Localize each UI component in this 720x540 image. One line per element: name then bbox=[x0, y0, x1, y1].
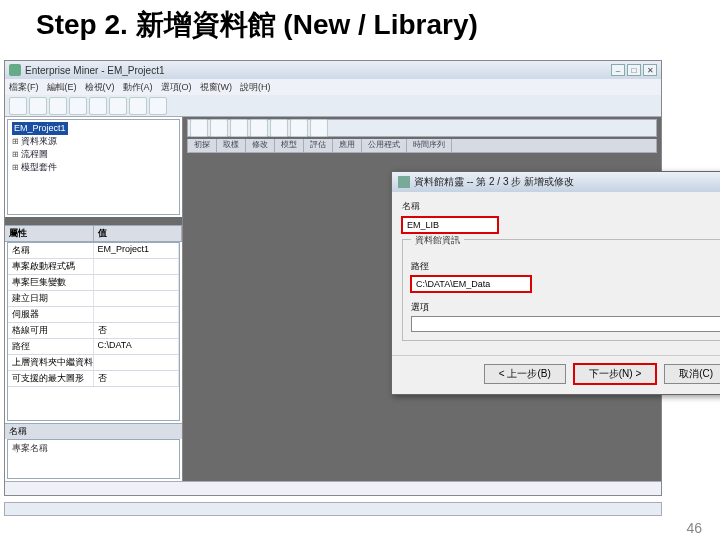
slide-page-number: 46 bbox=[686, 520, 702, 536]
toolbar-button[interactable] bbox=[29, 97, 47, 115]
prop-val[interactable] bbox=[94, 275, 180, 290]
titlebar: Enterprise Miner - EM_Project1 – □ ✕ bbox=[5, 61, 661, 79]
prop-key: 上層資料夾中繼資料 bbox=[8, 355, 94, 370]
maximize-button[interactable]: □ bbox=[627, 64, 641, 76]
toolbar-button[interactable] bbox=[49, 97, 67, 115]
diagram-canvas[interactable]: 初探 取樣 修改 模型 評估 應用 公用程式 時間序列 資料館精靈 -- 第 2… bbox=[183, 117, 661, 481]
project-tree[interactable]: EM_Project1 資料來源 流程圖 模型套件 bbox=[7, 119, 180, 215]
tree-node[interactable]: 流程圖 bbox=[12, 148, 175, 161]
prop-val[interactable] bbox=[94, 291, 180, 306]
prop-val[interactable] bbox=[94, 307, 180, 322]
prop-val[interactable] bbox=[94, 355, 180, 370]
tab[interactable]: 評估 bbox=[304, 139, 333, 152]
window-controls: – □ ✕ bbox=[611, 64, 657, 76]
node-category-tabs[interactable]: 初探 取樣 修改 模型 評估 應用 公用程式 時間序列 bbox=[187, 139, 657, 153]
window-title: Enterprise Miner - EM_Project1 bbox=[25, 65, 165, 76]
name-label: 名稱 bbox=[402, 200, 582, 213]
app-window: Enterprise Miner - EM_Project1 – □ ✕ 檔案(… bbox=[4, 60, 662, 496]
prop-key: 格線可用 bbox=[8, 323, 94, 338]
prop-key: 專案啟動程式碼 bbox=[8, 259, 94, 274]
tab[interactable]: 應用 bbox=[333, 139, 362, 152]
main-toolbar bbox=[5, 95, 661, 117]
canvas-tool-button[interactable] bbox=[310, 119, 328, 137]
tab[interactable]: 初探 bbox=[188, 139, 217, 152]
prop-val[interactable]: EM_Project1 bbox=[94, 243, 180, 258]
menu-view[interactable]: 檢視(V) bbox=[85, 81, 115, 94]
prop-val[interactable] bbox=[94, 259, 180, 274]
tab[interactable]: 模型 bbox=[275, 139, 304, 152]
prop-key: 伺服器 bbox=[8, 307, 94, 322]
canvas-tool-button[interactable] bbox=[290, 119, 308, 137]
properties-header: 屬性 值 bbox=[5, 225, 182, 242]
tab[interactable]: 公用程式 bbox=[362, 139, 407, 152]
horizontal-scrollbar[interactable] bbox=[4, 502, 662, 516]
toolbar-button[interactable] bbox=[149, 97, 167, 115]
menu-edit[interactable]: 編輯(E) bbox=[47, 81, 77, 94]
toolbar-button[interactable] bbox=[89, 97, 107, 115]
prop-key: 建立日期 bbox=[8, 291, 94, 306]
toolbar-button[interactable] bbox=[109, 97, 127, 115]
close-button[interactable]: ✕ bbox=[643, 64, 657, 76]
prop-key: 專案巨集變數 bbox=[8, 275, 94, 290]
menu-action[interactable]: 動作(A) bbox=[123, 81, 153, 94]
canvas-tool-button[interactable] bbox=[250, 119, 268, 137]
preview-pane: 專案名稱 bbox=[7, 439, 180, 479]
prop-val[interactable]: 否 bbox=[94, 371, 180, 386]
options-input[interactable] bbox=[411, 316, 720, 332]
tree-node[interactable]: 資料來源 bbox=[12, 135, 175, 148]
menu-window[interactable]: 視窗(W) bbox=[200, 81, 233, 94]
library-info-group: 資料館資訊 路徑 瀏覽(B)... 選項 bbox=[402, 239, 720, 341]
left-panel: EM_Project1 資料來源 流程圖 模型套件 屬性 值 名稱EM_Proj… bbox=[5, 117, 183, 481]
tab[interactable]: 時間序列 bbox=[407, 139, 452, 152]
canvas-tool-button[interactable] bbox=[210, 119, 228, 137]
prop-key: 名稱 bbox=[8, 243, 94, 258]
menu-file[interactable]: 檔案(F) bbox=[9, 81, 39, 94]
path-label: 路徑 bbox=[411, 260, 720, 273]
toolbar-button[interactable] bbox=[69, 97, 87, 115]
menubar[interactable]: 檔案(F) 編輯(E) 檢視(V) 動作(A) 選項(O) 視窗(W) 說明(H… bbox=[5, 79, 661, 95]
toolbar-button[interactable] bbox=[129, 97, 147, 115]
back-button[interactable]: < 上一步(B) bbox=[484, 364, 566, 384]
group-legend: 資料館資訊 bbox=[411, 234, 464, 247]
tree-node[interactable]: 模型套件 bbox=[12, 161, 175, 174]
statusbar bbox=[5, 481, 661, 495]
tree-root[interactable]: EM_Project1 bbox=[12, 122, 68, 135]
menu-options[interactable]: 選項(O) bbox=[161, 81, 192, 94]
tab[interactable]: 取樣 bbox=[217, 139, 246, 152]
cancel-button[interactable]: 取消(C) bbox=[664, 364, 720, 384]
canvas-tool-button[interactable] bbox=[190, 119, 208, 137]
preview-heading: 名稱 bbox=[5, 423, 182, 439]
toolbar-button[interactable] bbox=[9, 97, 27, 115]
library-wizard-dialog: 資料館精靈 -- 第 2 / 3 步 新增或修改 ✕ 名稱 引擎 BASE bbox=[391, 171, 720, 395]
tab[interactable]: 修改 bbox=[246, 139, 275, 152]
menu-help[interactable]: 說明(H) bbox=[240, 81, 271, 94]
dialog-button-row: < 上一步(B) 下一步(N) > 取消(C) bbox=[392, 355, 720, 394]
properties-grid[interactable]: 名稱EM_Project1 專案啟動程式碼 專案巨集變數 建立日期 伺服器 格線… bbox=[7, 242, 180, 421]
canvas-toolbar bbox=[187, 119, 657, 137]
canvas-tool-button[interactable] bbox=[270, 119, 288, 137]
path-input[interactable] bbox=[411, 276, 531, 292]
library-name-input[interactable] bbox=[402, 217, 498, 233]
minimize-button[interactable]: – bbox=[611, 64, 625, 76]
prop-val[interactable]: C:\DATA bbox=[94, 339, 180, 354]
slide-title: Step 2. 新增資料館 (New / Library) bbox=[0, 0, 720, 46]
prop-val[interactable]: 否 bbox=[94, 323, 180, 338]
col-value: 值 bbox=[94, 226, 183, 241]
canvas-tool-button[interactable] bbox=[230, 119, 248, 137]
options-label: 選項 bbox=[411, 301, 720, 314]
dialog-icon bbox=[398, 176, 410, 188]
dialog-title: 資料館精靈 -- 第 2 / 3 步 新增或修改 bbox=[414, 175, 574, 189]
next-button[interactable]: 下一步(N) > bbox=[574, 364, 657, 384]
col-property: 屬性 bbox=[5, 226, 94, 241]
prop-key: 可支援的最大圖形 bbox=[8, 371, 94, 386]
dialog-titlebar: 資料館精靈 -- 第 2 / 3 步 新增或修改 ✕ bbox=[392, 172, 720, 192]
app-icon bbox=[9, 64, 21, 76]
prop-key: 路徑 bbox=[8, 339, 94, 354]
